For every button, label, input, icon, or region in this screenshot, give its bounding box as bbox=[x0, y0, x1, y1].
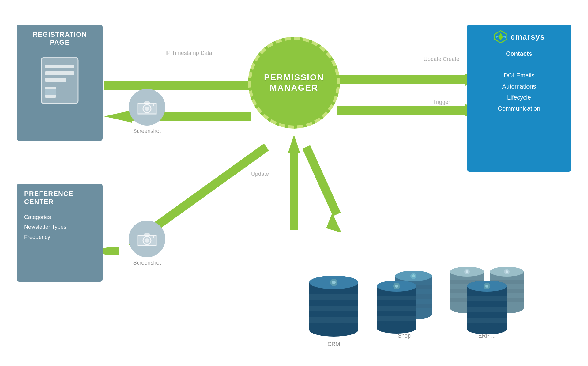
preference-center-items: Categories Newsletter Types Frequency bbox=[24, 212, 66, 242]
permission-manager-text: PERMISSIONMANAGER bbox=[264, 72, 324, 93]
update-label: Update bbox=[251, 170, 269, 178]
crm-label: CRM bbox=[328, 341, 340, 348]
camera-circle-top bbox=[129, 89, 165, 126]
camera-icon-bottom bbox=[136, 230, 158, 248]
svg-point-21 bbox=[153, 104, 154, 106]
emarsys-logo: emarsys bbox=[493, 29, 545, 44]
screenshot-top-label: Screenshot bbox=[133, 128, 161, 134]
diagram-container: REGISTRATION PAGE PREFERENCECENTER Categ… bbox=[0, 0, 588, 366]
svg-rect-49 bbox=[377, 316, 417, 321]
crm-cylinder bbox=[306, 270, 361, 337]
svg-marker-8 bbox=[288, 135, 300, 153]
svg-point-45 bbox=[377, 323, 417, 334]
svg-marker-5 bbox=[104, 110, 132, 123]
db-group-erp: ERP ... bbox=[447, 259, 527, 339]
svg-point-24 bbox=[153, 236, 154, 238]
svg-rect-29 bbox=[309, 294, 358, 300]
svg-rect-14 bbox=[45, 71, 74, 75]
registration-page-title: REGISTRATION PAGE bbox=[22, 31, 98, 47]
erp-cylinder-front bbox=[464, 275, 510, 336]
svg-rect-75 bbox=[467, 307, 507, 312]
svg-rect-48 bbox=[377, 306, 417, 311]
preference-center-box: PREFERENCECENTER Categories Newsletter T… bbox=[17, 184, 103, 282]
svg-rect-15 bbox=[45, 78, 66, 82]
trigger-label: Trigger bbox=[433, 98, 450, 106]
screenshot-bottom-label: Screenshot bbox=[133, 260, 161, 266]
svg-point-60 bbox=[506, 270, 508, 273]
svg-point-20 bbox=[145, 107, 149, 111]
erp-label: ERP ... bbox=[478, 333, 496, 339]
document-icon bbox=[38, 56, 81, 105]
emarsys-logo-icon bbox=[493, 29, 508, 44]
svg-marker-9 bbox=[326, 213, 341, 233]
screenshot-top-bubble: Screenshot bbox=[129, 89, 165, 134]
registration-page-box: REGISTRATION PAGE bbox=[17, 25, 103, 141]
db-group-shop: Shop bbox=[374, 266, 435, 339]
svg-rect-31 bbox=[309, 317, 358, 323]
emarsys-trigger-items: DOI Emails Automations Lifecycle Communi… bbox=[498, 70, 541, 114]
databases-section: CRM bbox=[306, 259, 527, 348]
permission-manager-circle: PERMISSIONMANAGER bbox=[248, 37, 340, 129]
emarsys-logo-text: emarsys bbox=[511, 32, 545, 42]
camera-circle-bottom bbox=[129, 221, 165, 257]
svg-point-27 bbox=[309, 323, 358, 337]
db-group-crm: CRM bbox=[306, 270, 361, 348]
shop-label: Shop bbox=[398, 333, 411, 339]
svg-point-33 bbox=[332, 281, 336, 284]
svg-rect-30 bbox=[309, 306, 358, 311]
svg-rect-13 bbox=[45, 65, 74, 68]
svg-point-23 bbox=[145, 238, 149, 243]
shop-cylinder-front bbox=[374, 275, 420, 334]
emarsys-divider bbox=[481, 65, 557, 65]
emarsys-contacts: Contacts bbox=[506, 50, 532, 57]
svg-rect-74 bbox=[467, 296, 507, 301]
ip-timestamp-label: IP Timestamp Data bbox=[165, 49, 212, 57]
emarsys-box: emarsys Contacts DOI Emails Automations … bbox=[467, 25, 571, 172]
svg-rect-17 bbox=[45, 89, 56, 95]
camera-icon-top bbox=[136, 98, 158, 116]
screenshot-bottom-bubble: Screenshot bbox=[129, 221, 165, 266]
svg-rect-76 bbox=[467, 318, 507, 323]
svg-point-78 bbox=[485, 285, 488, 288]
preference-center-title: PREFERENCECENTER bbox=[24, 190, 73, 206]
svg-point-69 bbox=[466, 270, 468, 273]
update-create-label: Update Create bbox=[424, 55, 459, 63]
svg-point-51 bbox=[395, 285, 398, 288]
svg-rect-47 bbox=[377, 296, 417, 300]
